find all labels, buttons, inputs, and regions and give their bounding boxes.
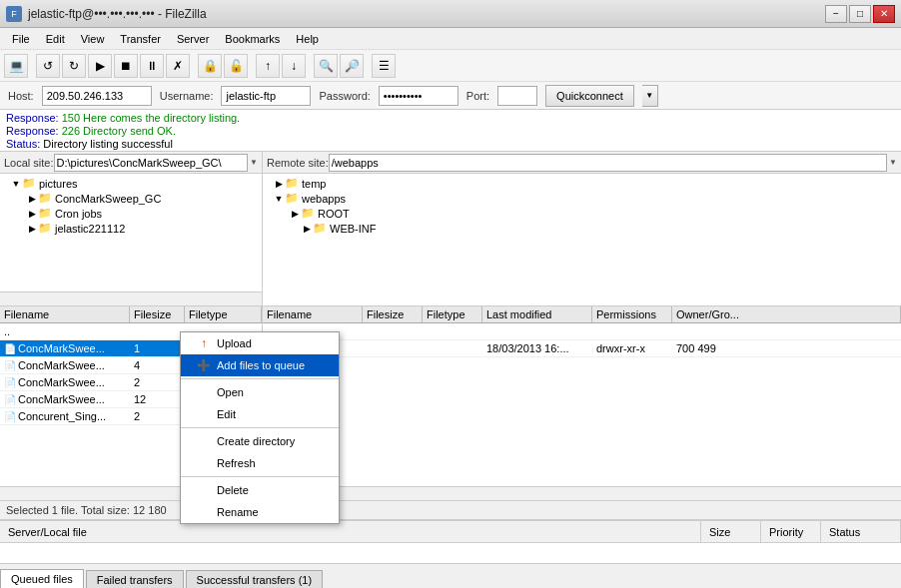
ctx-refresh[interactable]: Refresh (181, 452, 339, 474)
expand-root[interactable]: ▶ (289, 209, 301, 219)
toolbar-btn4[interactable]: ⏹ (114, 54, 138, 78)
maximize-button[interactable]: □ (849, 5, 871, 23)
local-files-header: Filename Filesize Filetype (0, 306, 262, 323)
menu-edit[interactable]: Edit (38, 31, 73, 47)
expand-pictures[interactable]: ▼ (10, 179, 22, 189)
password-input[interactable] (379, 86, 458, 106)
remote-path-dropdown[interactable]: ▼ (889, 158, 897, 167)
close-button[interactable]: ✕ (873, 5, 895, 23)
toolbar-btn10[interactable]: ↓ (282, 54, 306, 78)
queue-tabs: Queued files Failed transfers Successful… (0, 563, 901, 588)
remote-files-hscroll[interactable] (263, 486, 901, 500)
port-label: Port: (466, 90, 489, 102)
remote-col-modified[interactable]: Last modified (482, 306, 592, 322)
toolbar-btn3[interactable]: ▶ (88, 54, 112, 78)
remote-col-perms[interactable]: Permissions (592, 306, 672, 322)
toolbar-btn2[interactable]: ↻ (62, 54, 86, 78)
ctx-edit-label: Edit (217, 408, 236, 420)
expand-webinf[interactable]: ▶ (301, 224, 313, 234)
remote-col-filesize[interactable]: Filesize (363, 306, 423, 322)
ctx-upload[interactable]: ↑ Upload (181, 332, 339, 354)
tree-item-pictures[interactable]: ▼ 📁 pictures (2, 176, 260, 191)
ctx-create-dir[interactable]: Create directory (181, 430, 339, 452)
remote-tree[interactable]: ▶ 📁 temp ▼ 📁 webapps ▶ 📁 ROOT ▶ 📁 WEB-IN… (263, 174, 901, 305)
folder-icon-webapps: 📁 (285, 192, 299, 205)
local-file-size-parent (130, 329, 185, 333)
tree-item-temp[interactable]: ▶ 📁 temp (265, 176, 899, 191)
tab-successful-transfers[interactable]: Successful transfers (1) (186, 570, 324, 588)
local-file-size-0: 1 (130, 340, 185, 356)
ctx-edit[interactable]: Edit (181, 403, 339, 425)
ctx-addqueue-label: Add files to queue (217, 359, 305, 371)
remote-path-input[interactable] (329, 154, 887, 172)
expand-cron[interactable]: ▶ (26, 209, 38, 219)
refresh-icon (197, 456, 211, 470)
password-label: Password: (319, 90, 370, 102)
ctx-open-label: Open (217, 386, 244, 398)
tree-item-webinf[interactable]: ▶ 📁 WEB-INF (265, 221, 899, 236)
log-line-2: Response: 226 Directory send OK. (6, 125, 895, 138)
host-input[interactable] (42, 86, 152, 106)
tab-queued-files[interactable]: Queued files (0, 569, 84, 588)
tab-failed-label: Failed transfers (97, 574, 173, 586)
local-col-filesize[interactable]: Filesize (130, 306, 185, 322)
expand-concmark[interactable]: ▶ (26, 194, 38, 204)
ctx-add-to-queue[interactable]: ➕ Add files to queue (181, 354, 339, 376)
remote-file-type-root (423, 346, 482, 350)
local-tree[interactable]: ▼ 📁 pictures ▶ 📁 ConcMarkSweep_GC ▶ 📁 Cr… (0, 174, 262, 292)
toolbar-btn1[interactable]: ↺ (36, 54, 60, 78)
remote-file-row-parent[interactable]: .. (263, 323, 901, 340)
username-label: Username: (160, 90, 214, 102)
host-label: Host: (8, 90, 34, 102)
tree-label-root: ROOT (318, 208, 350, 220)
menu-transfer[interactable]: Transfer (112, 31, 169, 47)
tree-item-cronjobs[interactable]: ▶ 📁 Cron jobs (2, 206, 260, 221)
toolbar-btn12[interactable]: 🔎 (340, 54, 364, 78)
menu-view[interactable]: View (73, 31, 113, 47)
local-col-filename[interactable]: Filename (0, 306, 130, 322)
ctx-delete[interactable]: Delete (181, 479, 339, 501)
quickconnect-button[interactable]: Quickconnect (545, 85, 634, 107)
remote-files-header: Filename Filesize Filetype Last modified… (263, 306, 901, 323)
toolbar-btn6[interactable]: ✗ (166, 54, 190, 78)
ctx-rename[interactable]: Rename (181, 501, 339, 523)
toolbar-btn9[interactable]: ↑ (256, 54, 280, 78)
local-path-input[interactable] (54, 154, 249, 172)
quickconnect-dropdown[interactable]: ▼ (642, 85, 658, 107)
open-icon (197, 385, 211, 399)
tab-failed-transfers[interactable]: Failed transfers (86, 570, 184, 588)
expand-webapps[interactable]: ▼ (273, 194, 285, 204)
menu-file[interactable]: File (4, 31, 38, 47)
username-input[interactable] (221, 86, 311, 106)
toolbar-btn5[interactable]: ⏸ (140, 54, 164, 78)
toolbar-site-manager[interactable]: 💻 (4, 54, 28, 78)
expand-jelastic[interactable]: ▶ (26, 224, 38, 234)
menu-server[interactable]: Server (169, 31, 217, 47)
tree-item-concmarksweep[interactable]: ▶ 📁 ConcMarkSweep_GC (2, 191, 260, 206)
remote-file-row-root[interactable]: 📁ROOT 18/03/2013 16:... drwxr-xr-x 700 4… (263, 340, 901, 357)
remote-col-filename[interactable]: Filename (263, 306, 363, 322)
menu-bookmarks[interactable]: Bookmarks (217, 31, 288, 47)
tree-item-root[interactable]: ▶ 📁 ROOT (265, 206, 899, 221)
titlebar-left: F jelastic-ftp@•••.•••.•••.••• - FileZil… (6, 6, 207, 22)
toolbar-btn8[interactable]: 🔓 (224, 54, 248, 78)
remote-file-list[interactable]: .. 📁ROOT 18/03/2013 16:... drwxr-xr-x 70… (263, 323, 901, 486)
expand-temp[interactable]: ▶ (273, 179, 285, 189)
tree-label-webinf: WEB-INF (330, 223, 376, 235)
remote-col-filetype[interactable]: Filetype (423, 306, 482, 322)
local-hscroll[interactable] (0, 292, 262, 305)
local-col-filetype[interactable]: Filetype (185, 306, 262, 322)
local-path-dropdown[interactable]: ▼ (250, 158, 258, 167)
toolbar-btn7[interactable]: 🔒 (198, 54, 222, 78)
toolbar-btn11[interactable]: 🔍 (314, 54, 338, 78)
remote-col-owner[interactable]: Owner/Gro... (672, 306, 901, 322)
ctx-open[interactable]: Open (181, 381, 339, 403)
port-input[interactable] (497, 86, 537, 106)
minimize-button[interactable]: − (825, 5, 847, 23)
toolbar-btn13[interactable]: ☰ (372, 54, 396, 78)
addqueue-icon: ➕ (197, 358, 211, 372)
menu-help[interactable]: Help (288, 31, 327, 47)
tree-item-webapps[interactable]: ▼ 📁 webapps (265, 191, 899, 206)
folder-icon-cron: 📁 (38, 207, 52, 220)
tree-item-jelastic[interactable]: ▶ 📁 jelastic221112 (2, 221, 260, 236)
